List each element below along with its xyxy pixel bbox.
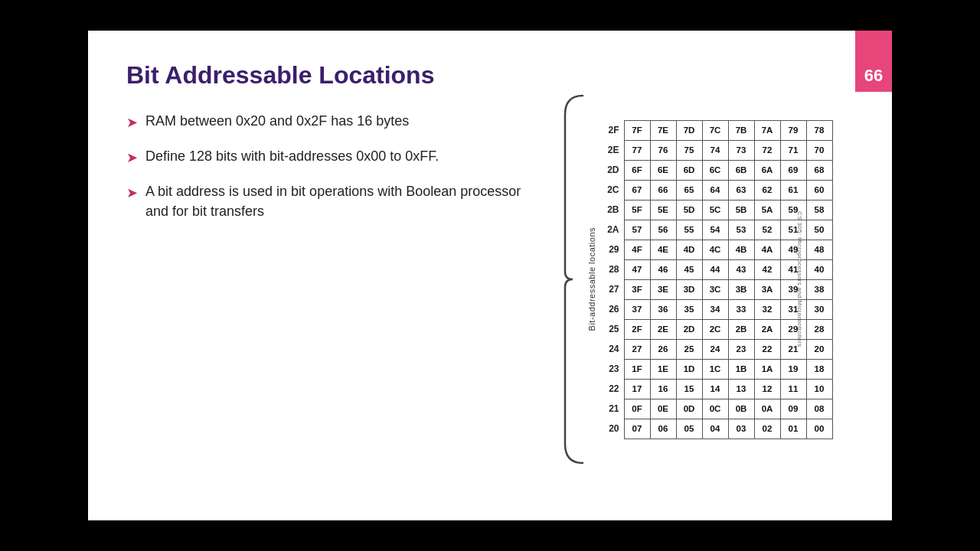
table-cell-14-5: 0A — [754, 399, 780, 419]
table-cell-1-7: 70 — [806, 140, 832, 160]
table-cell-3-1: 66 — [650, 180, 676, 200]
table-cell-2-0: 6F — [624, 160, 650, 180]
table-cell-0-0: 7F — [624, 120, 650, 140]
table-cell-10-7: 28 — [806, 319, 832, 339]
table-cell-3-6: 61 — [780, 180, 806, 200]
table-cell-4-1: 5E — [650, 200, 676, 220]
table-cell-6-5: 4A — [754, 240, 780, 259]
table-row: 6766656463626160 — [624, 180, 832, 200]
table-cell-13-1: 16 — [650, 379, 676, 399]
addr-col: 2F2E2D2C2B2A29282726252423222120 — [599, 120, 624, 439]
table-cell-0-4: 7B — [728, 120, 754, 140]
table-cell-6-7: 48 — [806, 240, 832, 259]
table-cell-15-4: 03 — [728, 419, 754, 439]
addr-cell-13: 22 — [599, 379, 624, 399]
table-cell-12-3: 1C — [702, 359, 728, 379]
table-cell-6-1: 4E — [650, 240, 676, 259]
table-cell-14-2: 0D — [676, 399, 702, 419]
table-cell-9-0: 37 — [624, 299, 650, 319]
table-cell-7-1: 46 — [650, 259, 676, 279]
table-cell-10-5: 2A — [754, 319, 780, 339]
table-cell-13-7: 10 — [806, 379, 832, 399]
table-cell-12-4: 1B — [728, 359, 754, 379]
table-cell-12-0: 1F — [624, 359, 650, 379]
table-cell-0-1: 7E — [650, 120, 676, 140]
table-cell-9-7: 30 — [806, 299, 832, 319]
table-cell-2-1: 6E — [650, 160, 676, 180]
table-cell-14-6: 09 — [780, 399, 806, 419]
addr-cell-10: 25 — [599, 319, 624, 339]
table-cell-4-4: 5B — [728, 200, 754, 220]
brace-container — [561, 92, 584, 467]
bullet-item-1: ➤ RAM between 0x20 and 0x2F has 16 bytes — [126, 111, 524, 132]
addr-cell-5: 2A — [599, 220, 624, 240]
bullet-text-1: RAM between 0x20 and 0x2F has 16 bytes — [145, 111, 524, 131]
addr-cell-7: 28 — [599, 259, 624, 279]
table-row: 0F0E0D0C0B0A0908 — [624, 399, 832, 419]
table-cell-2-3: 6C — [702, 160, 728, 180]
table-cell-1-3: 74 — [702, 140, 728, 160]
table-cell-14-3: 0C — [702, 399, 728, 419]
table-cell-15-5: 02 — [754, 419, 780, 439]
table-cell-13-4: 13 — [728, 379, 754, 399]
table-cell-2-6: 69 — [780, 160, 806, 180]
table-cell-2-4: 6B — [728, 160, 754, 180]
table-cell-11-4: 23 — [728, 339, 754, 359]
table-cell-11-1: 26 — [650, 339, 676, 359]
table-cell-6-3: 4C — [702, 240, 728, 259]
table-cell-13-3: 14 — [702, 379, 728, 399]
table-cell-10-4: 2B — [728, 319, 754, 339]
table-cell-15-6: 01 — [780, 419, 806, 439]
table-cell-0-5: 7A — [754, 120, 780, 140]
table-cell-0-7: 78 — [806, 120, 832, 140]
addr-cell-3: 2C — [599, 180, 624, 200]
table-cell-3-0: 67 — [624, 180, 650, 200]
table-cell-12-6: 19 — [780, 359, 806, 379]
table-cell-15-3: 04 — [702, 419, 728, 439]
table-cell-7-0: 47 — [624, 259, 650, 279]
addr-cell-15: 20 — [599, 419, 624, 439]
table-cell-14-1: 0E — [650, 399, 676, 419]
addr-cell-12: 23 — [599, 359, 624, 379]
bullet-arrow-3: ➤ — [126, 183, 138, 203]
table-cell-1-5: 72 — [754, 140, 780, 160]
table-cell-8-0: 3F — [624, 279, 650, 299]
table-cell-5-0: 57 — [624, 220, 650, 240]
table-cell-9-1: 36 — [650, 299, 676, 319]
table-cell-5-7: 50 — [806, 220, 832, 240]
brace-svg — [561, 92, 584, 467]
table-cell-1-1: 76 — [650, 140, 676, 160]
table-cell-2-5: 6A — [754, 160, 780, 180]
table-cell-1-0: 77 — [624, 140, 650, 160]
table-cell-11-0: 27 — [624, 339, 650, 359]
page-number: 66 — [864, 66, 883, 86]
table-cell-1-4: 73 — [728, 140, 754, 160]
bullet-list: ➤ RAM between 0x20 and 0x2F has 16 bytes… — [126, 111, 524, 221]
table-row: 7776757473727170 — [624, 140, 832, 160]
table-cell-7-4: 43 — [728, 259, 754, 279]
slide-title: Bit Addressable Locations — [126, 61, 524, 90]
page-badge: 66 — [855, 31, 892, 92]
table-cell-14-4: 0B — [728, 399, 754, 419]
table-cell-7-2: 45 — [676, 259, 702, 279]
addr-cell-1: 2E — [599, 140, 624, 160]
addr-cell-11: 24 — [599, 339, 624, 359]
table-row: 0706050403020100 — [624, 419, 832, 439]
table-cell-14-0: 0F — [624, 399, 650, 419]
table-cell-13-5: 12 — [754, 379, 780, 399]
table-cell-4-5: 5A — [754, 200, 780, 220]
addr-cell-9: 26 — [599, 299, 624, 319]
table-cell-7-7: 40 — [806, 259, 832, 279]
table-cell-5-4: 53 — [728, 220, 754, 240]
table-cell-10-2: 2D — [676, 319, 702, 339]
table-row: 1716151413121110 — [624, 379, 832, 399]
table-cell-13-0: 17 — [624, 379, 650, 399]
table-cell-4-3: 5C — [702, 200, 728, 220]
table-cell-15-2: 05 — [676, 419, 702, 439]
table-cell-9-2: 35 — [676, 299, 702, 319]
table-row: 6F6E6D6C6B6A6968 — [624, 160, 832, 180]
table-cell-9-3: 34 — [702, 299, 728, 319]
table-cell-0-2: 7D — [676, 120, 702, 140]
addr-cell-0: 2F — [599, 120, 624, 140]
table-cell-6-4: 4B — [728, 240, 754, 259]
